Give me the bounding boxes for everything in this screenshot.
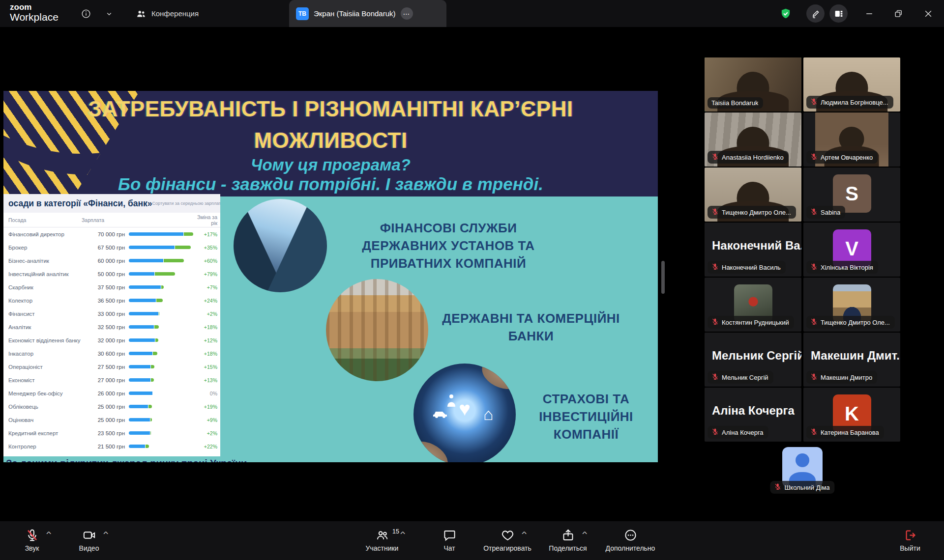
toolbar-share-button[interactable]: Поделиться^ — [536, 525, 600, 552]
toolbar-audio-button[interactable]: Звук^ — [0, 525, 64, 552]
participant-tile[interactable]: Людмила Богріновце... — [803, 57, 900, 112]
chevron-up-icon[interactable]: ^ — [522, 530, 527, 537]
security-shield-icon[interactable] — [779, 7, 793, 21]
window-minimize-button[interactable] — [860, 4, 879, 23]
salary-bar — [129, 259, 194, 262]
participant-tile[interactable]: Тищенко Дмитро Оле... — [803, 278, 900, 332]
salary-value: 25 000 грн — [83, 417, 125, 423]
window-close-button[interactable] — [919, 4, 938, 23]
chevron-down-icon[interactable] — [102, 7, 116, 21]
insurance-photo: ♥ ⌂ — [413, 364, 516, 462]
change-percent: +7% — [194, 284, 217, 290]
salary-value: 33 000 грн — [83, 311, 125, 317]
annotate-pencil-icon[interactable] — [806, 4, 825, 23]
salary-value: 37 500 грн — [83, 284, 125, 290]
job-title: Економіст — [8, 377, 83, 383]
participant-nameplate: Аліна Кочерга — [708, 426, 768, 439]
chevron-up-icon[interactable]: ^ — [582, 530, 587, 537]
participant-tile[interactable]: Наконечний Ва...Наконечний Василь — [705, 223, 801, 277]
participant-tile[interactable]: Аліна КочергаАліна Кочерга — [705, 388, 801, 442]
toolbar-label: Поделиться — [536, 544, 600, 552]
change-percent: +15% — [194, 364, 217, 370]
toolbar-chat-button[interactable]: Чат — [417, 525, 481, 552]
salary-bar — [129, 272, 194, 276]
participant-name: Макешин Дмитро — [821, 374, 872, 381]
info-icon[interactable] — [79, 7, 93, 21]
salary-value: 60 000 грн — [83, 258, 125, 264]
table-row: Колектор 36 500 грн +24% — [3, 294, 220, 307]
tab-screen-share[interactable]: ТВ Экран (Taisiia Bondaruk) ⋯ — [289, 0, 446, 27]
participant-tile[interactable]: SSabina — [803, 168, 900, 222]
change-percent: +13% — [194, 377, 217, 383]
chevron-up-icon[interactable]: ^ — [400, 530, 405, 537]
job-title: Бізнес-аналітик — [8, 258, 83, 264]
participant-tile[interactable]: Тищенко Дмитро Оле... — [705, 168, 801, 222]
participant-tile[interactable]: VХілінська Вікторія — [803, 223, 900, 277]
tab-options-icon[interactable]: ⋯ — [401, 7, 413, 20]
toolbar-label: Участники — [350, 544, 414, 552]
job-title: Операціоніст — [8, 364, 83, 370]
toolbar-react-button[interactable]: Отреагировать^ — [475, 525, 539, 552]
toolbar-label: Выйти — [878, 544, 942, 552]
participant-nameplate: Мельник Сергій — [708, 371, 773, 384]
mic-muted-icon — [711, 263, 719, 272]
slide-header: ЗАТРЕБУВАНІСТЬ І РІЗНОМАНІТНІ КАР’ЄРНІ М… — [3, 91, 658, 196]
participant-tile[interactable]: Артем Овчаренко — [803, 112, 900, 167]
salary-bar — [129, 392, 194, 395]
salary-bar — [129, 378, 194, 382]
job-title: Скарбник — [8, 284, 83, 290]
toolbar-leave-button[interactable]: Выйти — [878, 525, 942, 552]
section-text-banks: ДЕРЖАВНІ ТА КОМЕРЦІЙНІ БАНКИ — [436, 310, 626, 345]
toolbar-more-button[interactable]: Дополнительно — [598, 525, 662, 552]
toolbar-participants-button[interactable]: Участники15^ — [350, 525, 414, 552]
participant-name: Людмила Богріновце... — [821, 99, 888, 106]
participant-tile[interactable]: Макешин Дмит...Макешин Дмитро — [803, 333, 900, 387]
salary-bar — [129, 246, 194, 249]
table-row: Оцінювач 25 000 грн +9% — [3, 413, 220, 426]
participant-tile[interactable]: Школьний Діма — [705, 443, 900, 497]
table-row: Операціоніст 27 500 грн +15% — [3, 360, 220, 373]
participant-tile[interactable]: Anastasiia Hordiienko — [705, 112, 801, 167]
table-row: Фінансовий директор 70 000 грн +17% — [3, 227, 220, 241]
view-layout-icon[interactable] — [829, 4, 848, 23]
participant-tile[interactable]: KКатерина Баранова — [803, 388, 900, 442]
salary-bar — [129, 312, 194, 315]
table-row: Економіст 27 000 грн +13% — [3, 373, 220, 387]
salary-value: 67 500 грн — [83, 245, 125, 251]
participant-tile[interactable]: Мельник СергійМельник Сергій — [705, 333, 801, 387]
salary-bar — [129, 365, 194, 368]
salary-bar — [129, 325, 194, 329]
participant-name: Тищенко Дмитро Оле... — [722, 209, 791, 216]
toolbar-video-button[interactable]: Видео^ — [57, 525, 121, 552]
participant-name: Тищенко Дмитро Оле... — [821, 319, 890, 326]
chart-sort-label[interactable]: Сортувати за середньою зарплатою — [152, 201, 220, 206]
participant-display-name: Макешин Дмит... — [811, 349, 900, 363]
car-icon — [432, 409, 449, 420]
salary-bar — [129, 299, 194, 302]
change-percent: +9% — [194, 417, 217, 423]
participant-nameplate: Наконечний Василь — [708, 261, 786, 274]
job-title: Інкасатор — [8, 351, 83, 357]
mic-muted-icon — [711, 318, 719, 327]
participant-tile[interactable]: Костянтин Рудницький — [705, 278, 801, 332]
mic-muted-icon — [774, 483, 781, 492]
window-restore-button[interactable] — [889, 4, 908, 23]
table-row: Фінансист 33 000 грн +2% — [3, 307, 220, 320]
participant-tile[interactable]: Taisiia Bondaruk — [705, 57, 801, 112]
change-percent: +18% — [194, 324, 217, 330]
salary-value: 27 500 грн — [83, 364, 125, 370]
slide-footer-source: За даними відкритих джерел ринку праці У… — [6, 458, 247, 462]
chart-header: осади в категорії «Фінанси, банк» Сортув… — [3, 194, 220, 213]
change-percent: +2% — [194, 430, 217, 436]
chevron-up-icon[interactable]: ^ — [103, 530, 108, 537]
salary-value: 32 000 грн — [83, 337, 125, 343]
change-percent: +35% — [194, 245, 217, 251]
table-row: Бізнес-аналітик 60 000 грн +60% — [3, 254, 220, 267]
salary-value: 50 000 грн — [83, 271, 125, 277]
share-icon — [536, 525, 600, 542]
change-percent: +24% — [194, 298, 217, 304]
participant-nameplate: Taisiia Bondaruk — [708, 97, 763, 109]
chevron-up-icon[interactable]: ^ — [46, 530, 51, 537]
scrollbar[interactable] — [661, 261, 665, 294]
tab-meeting[interactable]: Конференция — [129, 0, 206, 27]
